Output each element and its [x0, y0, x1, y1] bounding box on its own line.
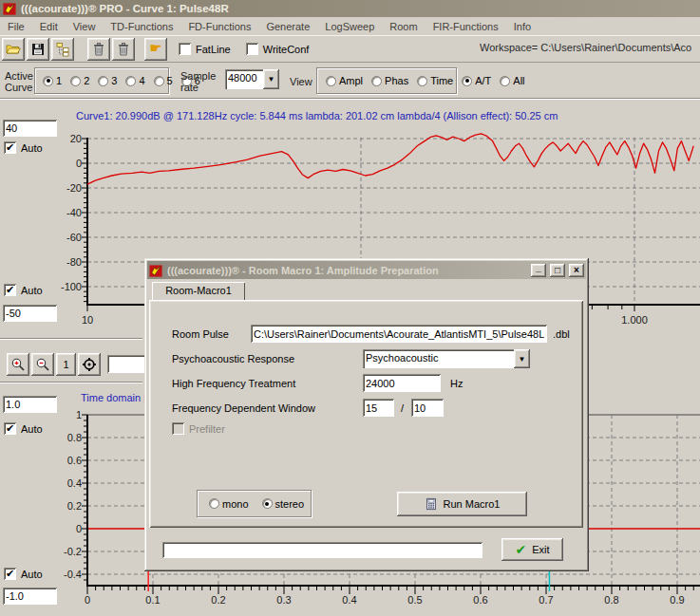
freq-ymax-auto[interactable]: ✔ Auto	[4, 141, 43, 154]
open-button[interactable]	[2, 38, 25, 61]
freq-ymin-input[interactable]	[3, 305, 57, 322]
fatline-option[interactable]: FatLine	[179, 43, 231, 55]
menu-fir-functions[interactable]: FIR-Functions	[426, 21, 506, 32]
svg-text:-20: -20	[66, 182, 82, 194]
tab-room-macro1[interactable]: Room-Macro1	[152, 282, 245, 301]
psychoacoustic-value: Psychoacoustic	[363, 349, 514, 368]
time-ymax-auto-checkbox[interactable]: ✔	[4, 422, 16, 435]
time-ymin-input[interactable]	[3, 588, 57, 605]
menu-td-functions[interactable]: TD-Functions	[103, 21, 180, 32]
writeconf-checkbox[interactable]	[246, 43, 258, 55]
svg-text:0: 0	[76, 158, 82, 169]
svg-text:-80: -80	[66, 256, 82, 268]
dialog-title: (((acourate)))® - Room Macro 1: Amplitud…	[167, 265, 527, 276]
calculator-icon	[425, 497, 438, 511]
radio-icon[interactable]	[70, 76, 81, 86]
sample-rate-combobox[interactable]: 48000 ▼	[225, 69, 279, 89]
zoom-in-button[interactable]	[7, 353, 29, 376]
save-button[interactable]	[27, 38, 49, 61]
freq-ymin-auto[interactable]: ✔ Auto	[4, 284, 43, 296]
writeconf-option[interactable]: WriteConf	[246, 43, 310, 55]
hft-input[interactable]	[363, 374, 441, 392]
curve-radio-5[interactable]: 5	[154, 75, 173, 86]
zoom-in-icon	[10, 357, 26, 372]
fatline-checkbox[interactable]	[179, 43, 191, 55]
time-ymin-auto-checkbox[interactable]: ✔	[4, 568, 16, 580]
trash-icon	[91, 42, 106, 57]
curve-radio-3[interactable]: 3	[98, 75, 117, 86]
freq-ymax-auto-checkbox[interactable]: ✔	[4, 141, 16, 154]
curve-info-text: Curve1: 20.990dB @ 171.128Hz cycle: 5.84…	[76, 110, 558, 121]
exit-label: Exit	[532, 544, 549, 555]
menu-logsweep[interactable]: LogSweep	[317, 21, 382, 32]
radio-icon[interactable]	[262, 498, 273, 509]
menu-view[interactable]: View	[66, 21, 104, 32]
zoom-out-button[interactable]	[31, 353, 54, 376]
radio-icon[interactable]	[125, 76, 136, 86]
svg-text:-0.2: -0.2	[64, 546, 82, 557]
radio-icon[interactable]	[98, 76, 108, 86]
delete-curve-button[interactable]	[87, 38, 110, 61]
fdw-input-1[interactable]	[363, 399, 394, 417]
cursor-value-field[interactable]	[107, 355, 145, 373]
radio-icon[interactable]	[500, 76, 510, 86]
view-radio-all[interactable]: All	[500, 75, 524, 86]
close-button[interactable]: ×	[569, 264, 584, 277]
menu-file[interactable]: File	[0, 21, 32, 32]
run-macro1-label: Run Macro1	[444, 498, 501, 510]
svg-text:0.2: 0.2	[211, 594, 225, 606]
sample-rate-label: Sample rate	[180, 70, 222, 93]
minimize-button[interactable]: _	[531, 264, 546, 277]
radio-icon[interactable]	[417, 76, 427, 86]
chevron-down-icon: ▼	[268, 75, 275, 84]
view-radio-at[interactable]: A/T	[462, 75, 491, 86]
maximize-button[interactable]: □	[550, 264, 565, 277]
room-pulse-input[interactable]	[251, 325, 547, 343]
menu-room[interactable]: Room	[382, 21, 425, 32]
pointer-tool-button[interactable]: ☛	[144, 38, 167, 61]
dialog-titlebar[interactable]: (((acourate)))® - Room Macro 1: Amplitud…	[147, 261, 586, 279]
menu-edit[interactable]: Edit	[32, 21, 66, 32]
run-macro1-button[interactable]: Run Macro1	[397, 492, 527, 516]
freq-ymin-auto-checkbox[interactable]: ✔	[4, 284, 16, 296]
view-radio-ampl[interactable]: Ampl	[326, 75, 363, 86]
time-ymin-auto[interactable]: ✔ Auto	[4, 568, 43, 580]
radio-icon[interactable]	[154, 76, 164, 86]
sample-rate-dropdown-button[interactable]: ▼	[263, 69, 279, 89]
curve-radio-4[interactable]: 4	[125, 75, 144, 86]
psychoacoustic-dropdown-button[interactable]: ▼	[514, 349, 530, 368]
fdw-input-2[interactable]	[411, 399, 444, 417]
menu-fd-functions[interactable]: FD-Functions	[180, 21, 258, 32]
freq-ymax-input[interactable]	[3, 120, 57, 137]
progress-bar	[162, 542, 482, 558]
psychoacoustic-label: Psychoacoustic Response	[172, 353, 294, 364]
maximize-icon: □	[555, 266, 560, 275]
radio-icon[interactable]	[326, 76, 336, 86]
hft-label: High Frequency Treatment	[172, 378, 295, 389]
menu-info[interactable]: Info	[506, 21, 539, 32]
radio-icon[interactable]	[462, 76, 472, 86]
curve-radio-1[interactable]: 1	[43, 75, 62, 86]
curve-radio-2[interactable]: 2	[70, 75, 89, 86]
view-radio-time[interactable]: Time	[417, 75, 453, 86]
time-ymax-auto[interactable]: ✔ Auto	[4, 422, 43, 435]
radio-icon[interactable]	[371, 76, 382, 86]
delete-all-curves-button[interactable]	[112, 38, 135, 61]
zoom-reset-button[interactable]: 1	[56, 353, 76, 376]
time-ymax-input[interactable]	[3, 396, 57, 413]
chevron-down-icon: ▼	[519, 355, 526, 364]
cursor-target-button[interactable]	[78, 353, 101, 376]
svg-text:-0.4: -0.4	[64, 569, 82, 580]
menu-generate[interactable]: Generate	[258, 21, 317, 32]
curve-manager-button[interactable]	[51, 38, 74, 61]
radio-icon[interactable]	[43, 76, 53, 86]
psychoacoustic-combobox[interactable]: Psychoacoustic ▼	[363, 349, 530, 368]
svg-text:0.7: 0.7	[539, 594, 553, 606]
radio-icon[interactable]	[209, 498, 219, 509]
room-pulse-label: Room Pulse	[172, 328, 229, 340]
exit-button[interactable]: ✔ Exit	[501, 538, 563, 561]
channel-radio-stereo[interactable]: stereo	[262, 498, 305, 510]
view-radio-phas[interactable]: Phas	[371, 75, 408, 86]
channel-radio-mono[interactable]: mono	[209, 498, 249, 510]
trash-icon	[116, 42, 131, 57]
